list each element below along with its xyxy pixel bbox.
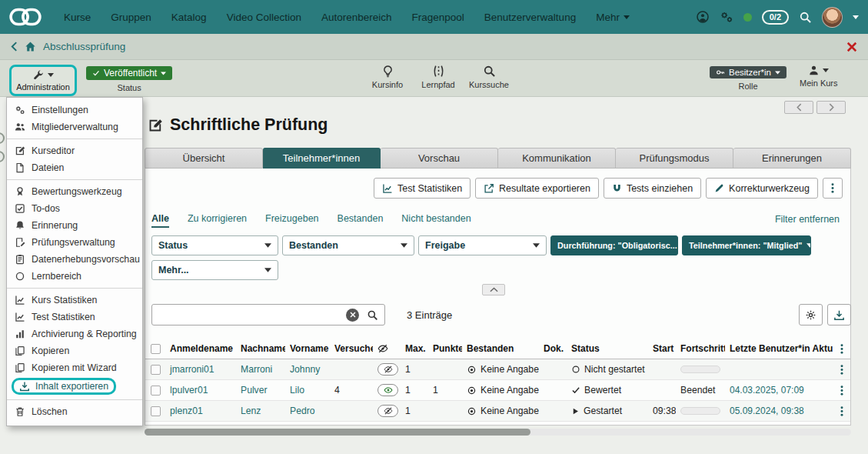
nav-item-benutzerverwaltung[interactable]: Benutzerverwaltung: [474, 0, 586, 34]
col-nachname[interactable]: Nachname: [236, 343, 285, 354]
col-status[interactable]: Status: [567, 343, 648, 354]
search-icon[interactable]: [367, 309, 378, 321]
row-menu-button[interactable]: [833, 386, 851, 396]
col-max[interactable]: Max.: [401, 343, 428, 354]
search-input[interactable]: [158, 309, 338, 321]
user-firstname-link[interactable]: Lilo: [290, 385, 304, 396]
col-anmeldename[interactable]: Anmeldename: [165, 343, 236, 354]
col-bestanden[interactable]: Bestanden: [462, 343, 539, 354]
clear-search-button[interactable]: [346, 309, 359, 322]
admin-menu-item-dateien[interactable]: Dateien: [7, 159, 142, 176]
filter-durchfuehrung-dropdown[interactable]: Durchführung: "Obligatorisc...: [550, 235, 678, 255]
more-actions-button[interactable]: [823, 178, 843, 199]
visibility-badge[interactable]: [377, 363, 398, 376]
filter-tab-bestanden[interactable]: Bestanden: [338, 213, 384, 228]
filter-tab-freizugeben[interactable]: Freizugeben: [265, 213, 319, 228]
administration-button[interactable]: Administration: [9, 65, 77, 96]
col-dok[interactable]: Dok.: [539, 343, 567, 354]
pager-prev-button[interactable]: [784, 101, 813, 114]
tab-uebersicht[interactable]: Übersicht: [145, 148, 263, 169]
nav-item-video-collection[interactable]: Video Collection: [217, 0, 311, 34]
filter-tab-zu-korrigieren[interactable]: Zu korrigieren: [188, 213, 247, 228]
visibility-badge[interactable]: [377, 405, 398, 417]
col-fortschritt[interactable]: Fortschritt: [676, 343, 725, 354]
test-statistics-button[interactable]: Test Statistiken: [374, 178, 471, 199]
admin-menu-item-inhalt-exportieren[interactable]: Inhalt exportieren: [7, 376, 142, 396]
admin-menu-item-kopieren[interactable]: Kopieren: [7, 342, 142, 359]
table-settings-button[interactable]: [799, 304, 823, 325]
admin-gears-icon[interactable]: [720, 10, 733, 24]
correction-tool-button[interactable]: Korrekturwerkzeug: [706, 178, 818, 199]
export-results-button[interactable]: Resultate exportieren: [475, 178, 599, 199]
role-badge[interactable]: Besitzer*in: [710, 66, 787, 78]
admin-menu-item-kurseditor[interactable]: Kurseditor: [7, 142, 142, 159]
admin-menu-item-kopieren-mit-wizard[interactable]: Kopieren mit Wizard: [7, 359, 142, 376]
tab-erinnerungen[interactable]: Erinnerungen: [733, 148, 851, 169]
lernpfad-button[interactable]: Lernpfad: [418, 65, 458, 89]
col-vorname[interactable]: Vorname: [285, 343, 330, 354]
row-menu-button[interactable]: [833, 406, 851, 416]
collapse-filters-button[interactable]: [482, 284, 505, 295]
user-lastname-link[interactable]: Pulver: [241, 385, 268, 396]
user-login-link[interactable]: plenz01: [170, 406, 203, 416]
admin-menu-item-einstellungen[interactable]: Einstellungen: [7, 102, 142, 119]
breadcrumb-course-link[interactable]: Abschlussprüfung: [43, 41, 125, 52]
scrollbar-thumb[interactable]: [145, 429, 530, 436]
admin-menu-item-test-statistiken[interactable]: Test Statistiken: [7, 309, 142, 325]
filter-tab-alle[interactable]: Alle: [151, 213, 169, 228]
col-versuche[interactable]: Versuche: [330, 343, 373, 354]
admin-menu-item-lernbereich[interactable]: Lernbereich: [7, 268, 142, 285]
admin-menu-item-bewertungswerkzeug[interactable]: Bewertungswerkzeug: [7, 183, 142, 200]
openolat-logo-icon[interactable]: [9, 7, 42, 27]
admin-menu-item-erinnerung[interactable]: Erinnerung: [7, 217, 142, 234]
admin-menu-item-todos[interactable]: To-dos: [7, 200, 142, 217]
user-login-link[interactable]: lpulver01: [170, 385, 208, 396]
tab-teilnehmer[interactable]: Teilnehmer*innen: [263, 148, 381, 169]
col-start[interactable]: Start: [648, 343, 676, 354]
status-badge[interactable]: Veröffentlicht: [86, 66, 172, 80]
admin-menu-item-mitgliederverwaltung[interactable]: Mitgliederverwaltung: [7, 119, 142, 135]
filter-freigabe-dropdown[interactable]: Freigabe: [418, 235, 547, 255]
nav-item-katalog[interactable]: Katalog: [161, 0, 217, 34]
filter-teilnehmer-dropdown[interactable]: Teilnehmer*innen: "Mitglied": [682, 235, 811, 255]
nav-item-fragenpool[interactable]: Fragenpool: [402, 0, 474, 34]
my-course-button[interactable]: Mein Kurs: [800, 65, 838, 88]
search-icon[interactable]: [799, 11, 812, 24]
admin-menu-item-datenerhebungsvorschau[interactable]: Datenerhebungsvorschau: [7, 251, 142, 268]
row-checkbox[interactable]: [145, 406, 165, 416]
pager-next-button[interactable]: [816, 101, 846, 114]
admin-menu-item-kurs-statistiken[interactable]: Kurs Statistiken: [7, 292, 142, 309]
home-icon[interactable]: [25, 41, 36, 52]
tab-vorschau[interactable]: Vorschau: [381, 148, 498, 169]
filter-status-dropdown[interactable]: Status: [151, 235, 278, 255]
filter-mehr-dropdown[interactable]: Mehr...: [151, 260, 278, 280]
user-lastname-link[interactable]: Lenz: [241, 406, 261, 416]
admin-menu-item-archivierung-reporting[interactable]: Archivierung & Reporting: [7, 325, 142, 342]
chevron-down-icon[interactable]: [853, 15, 859, 19]
row-menu-button[interactable]: [833, 365, 851, 375]
row-checkbox[interactable]: [145, 386, 165, 396]
select-all-checkbox[interactable]: [145, 344, 165, 354]
user-firstname-link[interactable]: Johnny: [290, 364, 320, 375]
tab-pruefungsmodus[interactable]: Prüfungsmodus: [616, 148, 733, 169]
nav-item-autorenbereich[interactable]: Autorenbereich: [311, 0, 402, 34]
presence-count-badge[interactable]: 0/2: [762, 10, 789, 25]
user-firstname-link[interactable]: Pedro: [290, 406, 315, 416]
kurssuche-button[interactable]: Kurssuche: [469, 65, 509, 89]
nav-item-kurse[interactable]: Kurse: [54, 0, 101, 34]
tab-kommunikation[interactable]: Kommunikation: [498, 148, 616, 169]
col-visibility[interactable]: [373, 343, 401, 354]
admin-menu-item-loeschen[interactable]: Löschen: [7, 403, 142, 420]
user-avatar[interactable]: [822, 7, 843, 28]
filter-tab-nicht-bestanden[interactable]: Nicht bestanden: [401, 213, 471, 228]
table-header-menu[interactable]: [833, 344, 851, 354]
table-download-button[interactable]: [827, 304, 851, 325]
horizontal-scrollbar[interactable]: [145, 429, 851, 436]
nav-item-mehr[interactable]: Mehr: [586, 0, 640, 34]
visibility-badge[interactable]: [377, 384, 398, 396]
nav-item-gruppen[interactable]: Gruppen: [101, 0, 161, 34]
remove-filters-link[interactable]: Filter entfernen: [775, 214, 840, 225]
col-punkte[interactable]: Punkte: [428, 343, 462, 354]
row-checkbox[interactable]: [145, 365, 165, 375]
kursinfo-button[interactable]: Kursinfo: [367, 65, 407, 89]
